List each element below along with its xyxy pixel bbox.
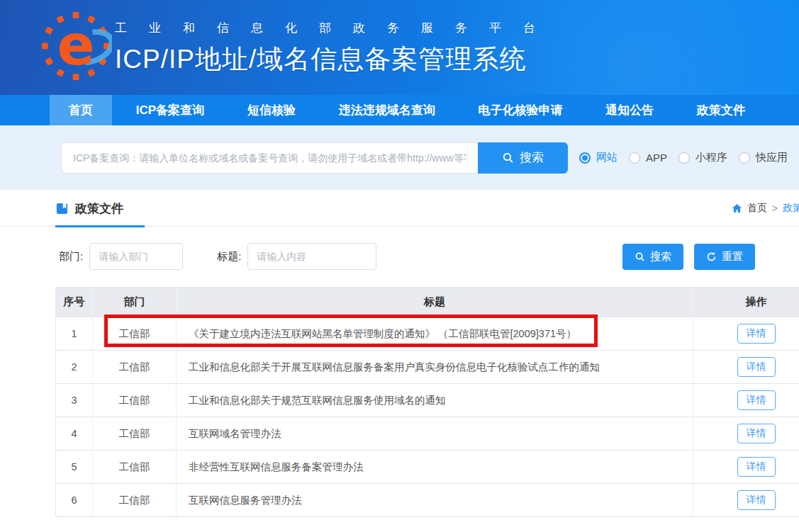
cell-no: 1	[56, 317, 93, 351]
tab-active-underline	[55, 225, 145, 227]
filter-bar: 部门: 标题: 搜索 重置	[59, 243, 799, 270]
col-header-no: 序号	[56, 288, 93, 317]
cell-dept: 工信部	[93, 351, 177, 384]
cell-dept: 工信部	[93, 451, 177, 484]
search-icon	[635, 251, 645, 262]
cell-no: 4	[56, 417, 93, 451]
title-filter-label: 标题:	[217, 250, 241, 264]
nav-item-policy-files[interactable]: 政策文件	[678, 95, 764, 125]
platform-subtitle: 工业和信息化部政务服务平台	[115, 20, 557, 36]
filter-search-button[interactable]: 搜索	[622, 244, 683, 270]
cell-no: 5	[56, 451, 93, 484]
filter-actions: 搜索 重置	[622, 244, 755, 270]
dept-filter-label: 部门:	[59, 250, 83, 264]
filter-reset-button[interactable]: 重置	[694, 244, 755, 270]
col-header-dept: 部门	[93, 288, 177, 317]
cell-title: 工业和信息化部关于开展互联网信息服务备案用户真实身份信息电子化核验试点工作的通知	[177, 351, 693, 384]
tab-policy-files[interactable]: 政策文件	[55, 200, 123, 217]
table-row: 6 工信部 互联网信息服务管理办法 详情	[56, 484, 799, 517]
radio-unselected-icon	[739, 152, 750, 164]
cell-dept: 工信部	[93, 384, 177, 417]
cell-title: 互联网域名管理办法	[177, 417, 693, 451]
radio-unselected-icon	[629, 152, 640, 164]
cell-title: 互联网信息服务管理办法	[177, 484, 693, 517]
cell-no: 3	[56, 384, 93, 417]
cell-no: 2	[56, 351, 93, 384]
search-button-label: 搜索	[520, 149, 544, 166]
table-row: 4 工信部 互联网域名管理办法 详情	[56, 417, 799, 451]
header-titles: 工业和信息化部政务服务平台 ICP/IP地址/域名信息备案管理系统	[115, 18, 557, 77]
detail-button[interactable]: 详情	[737, 424, 776, 443]
radio-app[interactable]: APP	[629, 152, 667, 164]
icp-search-input[interactable]	[61, 142, 478, 174]
radio-selected-icon	[579, 152, 591, 164]
site-title: ICP/IP地址/域名信息备案管理系统	[115, 42, 557, 77]
title-filter-input[interactable]	[247, 243, 376, 270]
cell-title: 非经营性互联网信息服务备案管理办法	[177, 451, 693, 484]
search-type-radio-group: 网站 APP 小程序 快应用	[579, 151, 799, 164]
table-row: 2 工信部 工业和信息化部关于开展互联网信息服务备案用户真实身份信息电子化核验试…	[56, 351, 799, 384]
search-icon	[502, 152, 514, 164]
breadcrumb-separator: >	[772, 203, 778, 214]
detail-button[interactable]: 详情	[737, 490, 776, 510]
cell-dept: 工信部	[93, 317, 177, 351]
table-row: 5 工信部 非经营性互联网信息服务备案管理办法 详情	[56, 451, 799, 484]
radio-unselected-icon	[678, 152, 690, 164]
detail-button[interactable]: 详情	[737, 457, 776, 477]
book-icon	[55, 202, 69, 215]
radio-quickapp[interactable]: 快应用	[739, 151, 788, 164]
nav-item-notices[interactable]: 通知公告	[586, 95, 673, 125]
miit-gear-e-logo-icon: e	[40, 11, 112, 81]
policy-table: 序号 部门 标题 操作 1 工信部 《关于建立境内违法互联网站黑名单管理制度的通…	[55, 287, 799, 517]
svg-text:e: e	[57, 13, 94, 77]
icp-search-button[interactable]: 搜索	[478, 142, 568, 174]
cell-no: 6	[56, 484, 93, 517]
col-header-title: 标题	[177, 288, 693, 317]
radio-miniprogram[interactable]: 小程序	[678, 151, 727, 164]
icp-search-band: 搜索 网站 APP 小程序 快应用	[0, 125, 799, 190]
col-header-action: 操作	[693, 288, 799, 317]
main-navbar: 首页 ICP备案查询 短信核验 违法违规域名查询 电子化核验申请 通知公告 政策…	[0, 95, 799, 125]
nav-item-illegal-domain-query[interactable]: 违法违规域名查询	[320, 95, 454, 125]
section-header: 政策文件 首页 > 政策文件	[0, 190, 799, 227]
site-header: e 工业和信息化部政务服务平台 ICP/IP地址/域名信息备案管理系统	[0, 0, 799, 95]
section-title: 政策文件	[75, 200, 123, 217]
cell-dept: 工信部	[93, 417, 177, 451]
cell-title: 工业和信息化部关于规范互联网信息服务使用域名的通知	[177, 384, 693, 417]
detail-button[interactable]: 详情	[737, 357, 776, 377]
breadcrumb-home[interactable]: 首页	[747, 202, 767, 215]
nav-item-electronic-verification[interactable]: 电子化核验申请	[459, 95, 581, 125]
nav-item-home[interactable]: 首页	[50, 95, 112, 125]
refresh-icon	[706, 251, 717, 262]
detail-button[interactable]: 详情	[737, 324, 776, 344]
nav-item-icp-query[interactable]: ICP备案查询	[117, 95, 223, 125]
breadcrumb: 首页 > 政策文件	[732, 202, 799, 215]
home-icon	[732, 203, 742, 213]
breadcrumb-current: 政策文件	[783, 202, 799, 215]
detail-button[interactable]: 详情	[737, 390, 776, 410]
cell-dept: 工信部	[93, 484, 177, 517]
cell-title: 《关于建立境内违法互联网站黑名单管理制度的通知》 （工信部联电管[2009]37…	[177, 317, 693, 351]
policy-table-wrap: 序号 部门 标题 操作 1 工信部 《关于建立境内违法互联网站黑名单管理制度的通…	[55, 287, 799, 517]
table-row: 1 工信部 《关于建立境内违法互联网站黑名单管理制度的通知》 （工信部联电管[2…	[56, 317, 799, 351]
dept-filter-input[interactable]	[89, 243, 183, 270]
table-header-row: 序号 部门 标题 操作	[56, 288, 799, 317]
nav-item-sms-verify[interactable]: 短信核验	[228, 95, 315, 125]
radio-website[interactable]: 网站	[579, 151, 618, 164]
table-row: 3 工信部 工业和信息化部关于规范互联网信息服务使用域名的通知 详情	[56, 384, 799, 417]
